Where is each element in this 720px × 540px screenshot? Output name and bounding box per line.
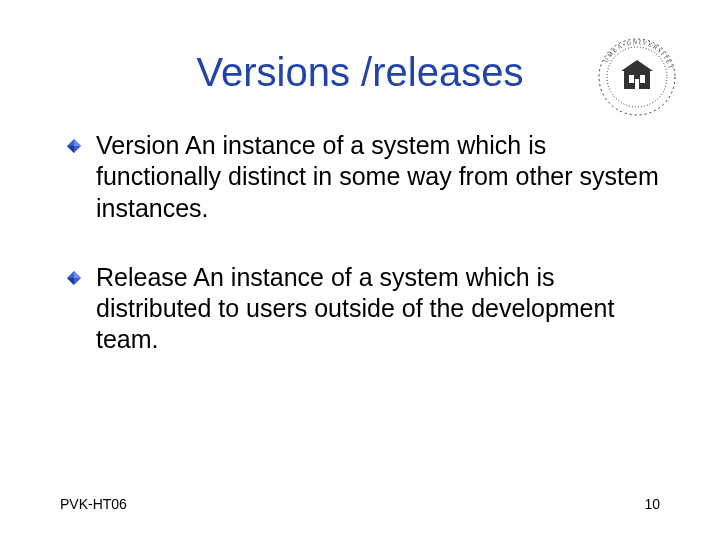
svg-rect-4: [629, 75, 634, 83]
svg-marker-3: [621, 60, 653, 71]
university-logo: U M E Å • U N I V E R S I T E T: [596, 36, 678, 118]
diamond-bullet-icon: [66, 270, 82, 286]
slide-number: 10: [644, 496, 660, 512]
bullet-item: Release An instance of a system which is…: [60, 262, 660, 356]
slide-footer: PVK-HT06 10: [60, 496, 660, 512]
diamond-bullet-icon: [66, 138, 82, 154]
slide: U M E Å • U N I V E R S I T E T Versions…: [0, 0, 720, 540]
slide-title: Versions /releases: [60, 50, 660, 95]
definition: An instance of a system which is functio…: [96, 131, 659, 222]
bullet-text: Version An instance of a system which is…: [96, 130, 660, 224]
term: Version: [96, 131, 179, 159]
svg-marker-13: [67, 278, 74, 285]
svg-rect-5: [640, 75, 645, 83]
footer-left: PVK-HT06: [60, 496, 127, 512]
bullet-text: Release An instance of a system which is…: [96, 262, 660, 356]
svg-marker-10: [67, 146, 74, 153]
svg-rect-6: [635, 79, 639, 89]
term: Release: [96, 263, 188, 291]
svg-marker-12: [74, 271, 81, 278]
svg-marker-9: [74, 139, 81, 146]
bullet-item: Version An instance of a system which is…: [60, 130, 660, 224]
